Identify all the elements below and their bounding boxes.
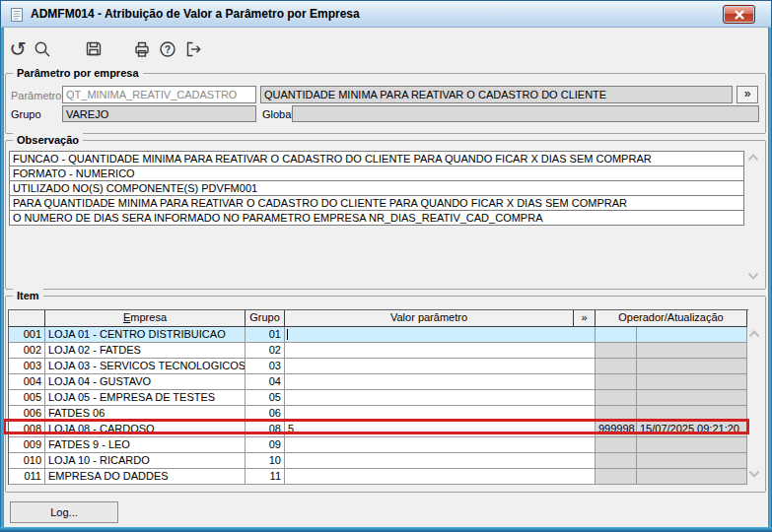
observacao-line[interactable]: UTILIZADO NO(S) COMPONENTE(S) PDVFM001 — [9, 180, 744, 196]
cell-num[interactable]: 005 — [9, 390, 45, 406]
cell-atualizacao[interactable] — [637, 406, 747, 422]
cell-valor[interactable] — [285, 437, 596, 453]
observacao-scroll-down-icon[interactable] — [745, 269, 761, 283]
cell-operador[interactable] — [596, 359, 637, 374]
header-grupo[interactable]: Grupo — [246, 310, 285, 327]
cell-atualizacao[interactable] — [637, 327, 747, 343]
cell-empresa[interactable]: LOJA 04 - GUSTAVO — [45, 374, 246, 390]
observacao-line[interactable]: PARA QUANTIDADE MINIMA PARA REATIVAR O C… — [9, 195, 744, 211]
cell-atualizacao[interactable] — [637, 390, 747, 406]
cell-num[interactable]: 002 — [9, 343, 45, 359]
cell-valor[interactable] — [285, 453, 596, 469]
cell-empresa[interactable]: LOJA 05 - EMPRESA DE TESTES — [45, 390, 246, 406]
cell-operador[interactable] — [596, 406, 637, 422]
observacao-scroll-up-icon[interactable] — [745, 151, 761, 165]
log-button[interactable]: Log... — [10, 501, 118, 523]
cell-num[interactable]: 010 — [9, 453, 45, 469]
cell-valor[interactable] — [285, 374, 596, 390]
header-expand[interactable]: » — [574, 310, 596, 327]
parametro-field[interactable]: QT_MINIMA_REATIV_CADASTRO — [62, 86, 256, 103]
cell-grupo[interactable]: 06 — [246, 406, 285, 422]
cell-grupo[interactable]: 04 — [246, 374, 285, 390]
cell-atualizacao[interactable] — [637, 359, 747, 374]
cell-grupo[interactable]: 05 — [246, 390, 285, 406]
table-row[interactable]: 011EMPRESA DO DADDES11 — [9, 469, 748, 485]
table-row[interactable]: 009FATDES 9 - LEO09 — [9, 437, 748, 453]
grid-scroll-down-icon[interactable] — [746, 467, 762, 481]
print-button[interactable] — [130, 37, 154, 61]
save-button[interactable] — [82, 37, 105, 61]
undo-icon: ↺ — [9, 39, 27, 60]
header-empresa[interactable]: Empresa — [45, 310, 246, 327]
undo-button[interactable]: ↺ — [6, 37, 30, 61]
table-row[interactable]: 001LOJA 01 - CENTRO DISTRIBUICAO01 — [9, 327, 748, 343]
cell-num[interactable]: 006 — [9, 406, 45, 422]
cell-num[interactable]: 009 — [9, 437, 45, 453]
cell-valor[interactable] — [285, 406, 596, 422]
grid-scroll-up-icon[interactable] — [746, 327, 762, 341]
search-button[interactable] — [31, 37, 54, 61]
cell-operador[interactable] — [596, 469, 637, 485]
cell-empresa[interactable]: LOJA 10 - RICARDO — [45, 453, 246, 469]
header-operador-atualizacao[interactable]: Operador/Atualização — [596, 310, 747, 327]
cell-valor[interactable] — [285, 359, 596, 374]
cell-operador[interactable]: 999998 — [596, 422, 637, 437]
cell-grupo[interactable]: 02 — [246, 343, 285, 359]
cell-valor[interactable] — [285, 390, 596, 406]
cell-empresa[interactable]: LOJA 08 - CARDOSO — [45, 422, 246, 437]
cell-atualizacao[interactable] — [637, 343, 747, 359]
table-row[interactable]: 005LOJA 05 - EMPRESA DE TESTES05 — [9, 390, 748, 406]
cell-num[interactable]: 004 — [9, 374, 45, 390]
table-row[interactable]: 008LOJA 08 - CARDOSO08599999815/07/2025 … — [9, 422, 748, 437]
observacao-line[interactable]: O NUMERO DE DIAS SERA INFORMADO NO PARAM… — [9, 210, 744, 226]
cell-num[interactable]: 008 — [9, 422, 45, 437]
cell-grupo[interactable]: 03 — [246, 359, 285, 374]
cell-operador[interactable] — [596, 327, 637, 343]
cell-atualizacao[interactable]: 15/07/2025 09:21:20 — [637, 422, 747, 437]
cell-empresa[interactable]: FATDES 9 - LEO — [45, 437, 246, 453]
table-row[interactable]: 003LOJA 03 - SERVICOS TECNOLOGICOS LT03 — [9, 359, 748, 374]
cell-atualizacao[interactable] — [637, 453, 747, 469]
cell-valor[interactable] — [285, 343, 596, 359]
table-row[interactable]: 006FATDES 0606 — [9, 406, 748, 422]
cell-valor[interactable]: 5 — [285, 422, 596, 437]
cell-operador[interactable] — [596, 453, 637, 469]
cell-num[interactable]: 001 — [9, 327, 45, 343]
observacao-line[interactable]: FUNCAO - QUANTIDADE MINIMA PARA REATIVAR… — [9, 151, 744, 166]
cell-operador[interactable] — [596, 343, 637, 359]
cell-empresa[interactable]: LOJA 02 - FATDES — [45, 343, 246, 359]
table-row[interactable]: 010LOJA 10 - RICARDO10 — [9, 453, 748, 469]
cell-empresa[interactable]: LOJA 01 - CENTRO DISTRIBUICAO — [45, 327, 246, 343]
cell-empresa[interactable]: LOJA 03 - SERVICOS TECNOLOGICOS LT — [45, 359, 246, 374]
cell-atualizacao[interactable] — [637, 374, 747, 390]
cell-num[interactable]: 011 — [9, 469, 45, 485]
cell-valor[interactable] — [285, 469, 596, 485]
grid-body: 001LOJA 01 - CENTRO DISTRIBUICAO01002LOJ… — [9, 327, 748, 485]
cell-grupo[interactable]: 11 — [246, 469, 285, 485]
cell-empresa[interactable]: FATDES 06 — [45, 406, 246, 422]
parametro-group-title: Parâmetro por empresa — [13, 66, 143, 80]
header-row-number[interactable] — [9, 310, 45, 327]
cell-grupo[interactable]: 08 — [246, 422, 285, 437]
cell-operador[interactable] — [596, 390, 637, 406]
help-button[interactable]: ? — [156, 37, 179, 61]
table-row[interactable]: 002LOJA 02 - FATDES02 — [9, 343, 748, 359]
item-grid: Empresa Grupo Valor parâmetro » Operador… — [8, 309, 748, 485]
cell-empresa[interactable]: EMPRESA DO DADDES — [45, 469, 246, 485]
cell-atualizacao[interactable] — [637, 437, 747, 453]
cell-num[interactable]: 003 — [9, 359, 45, 374]
cell-atualizacao[interactable] — [637, 469, 747, 485]
cell-operador[interactable] — [596, 374, 637, 390]
cell-grupo[interactable]: 09 — [246, 437, 285, 453]
cell-grupo[interactable]: 01 — [246, 327, 285, 343]
exit-button[interactable] — [181, 37, 205, 61]
cell-grupo[interactable]: 10 — [246, 453, 285, 469]
expand-descricao-button[interactable]: » — [737, 86, 758, 103]
close-button[interactable] — [723, 5, 755, 24]
header-valor-parametro[interactable]: Valor parâmetro — [285, 310, 574, 327]
text-caret — [287, 329, 288, 340]
cell-valor[interactable] — [285, 327, 596, 343]
observacao-line[interactable]: FORMATO - NUMERICO — [9, 166, 744, 181]
cell-operador[interactable] — [596, 437, 637, 453]
table-row[interactable]: 004LOJA 04 - GUSTAVO04 — [9, 374, 748, 390]
